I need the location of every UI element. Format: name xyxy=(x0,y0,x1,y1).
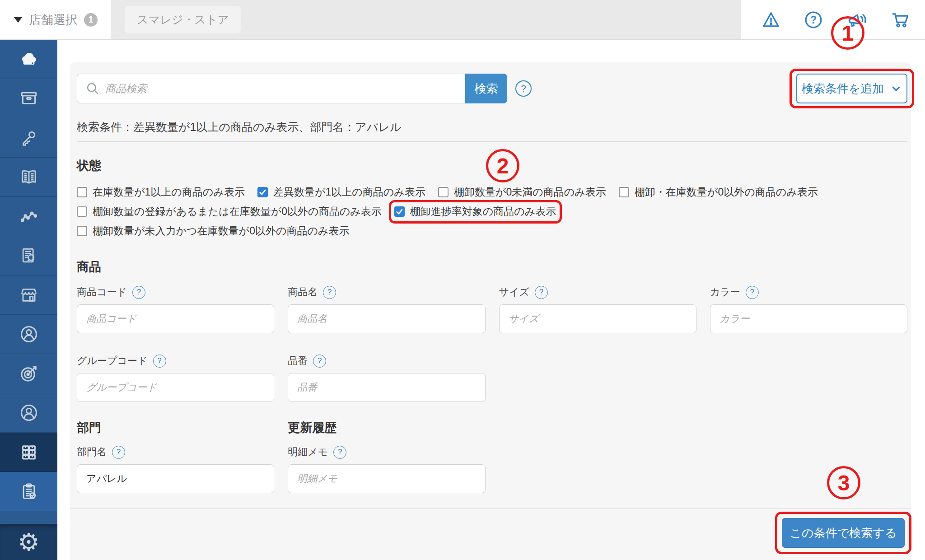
dropdown-arrow-icon xyxy=(14,17,23,23)
item-number-label: 品番 xyxy=(288,354,308,368)
product-name-label: 商品名 xyxy=(288,285,318,299)
sidebar-item-inventory-checklist[interactable] xyxy=(0,472,57,511)
checkbox-registered-or-stock-nonzero[interactable]: 棚卸数量の登録があるまたは在庫数量が0以外の商品のみ表示 xyxy=(77,205,382,219)
sidebar-item-key[interactable] xyxy=(0,118,57,158)
field-product-code: 商品コード ? xyxy=(77,285,274,333)
cloud-icon xyxy=(19,49,39,69)
help-icon[interactable]: ? xyxy=(535,286,548,299)
department-name-input[interactable] xyxy=(77,464,274,493)
sidebar-item-cloud-sync[interactable] xyxy=(0,40,57,79)
color-input[interactable] xyxy=(710,304,907,333)
person-circle-icon xyxy=(19,402,39,423)
add-condition-button[interactable]: 検索条件を追加 xyxy=(796,74,907,103)
detail-memo-input[interactable] xyxy=(288,464,485,493)
submit-wrap: この条件で検索する xyxy=(782,518,905,548)
footer-row: この条件で検索する xyxy=(77,509,907,548)
checkbox-unchecked[interactable] xyxy=(619,187,629,197)
checkbox-row: 在庫数量が1以上の商品のみ表示 差異数量が1以上の商品のみ表示 棚卸数量が0未満… xyxy=(77,185,907,199)
header-actions: ? xyxy=(741,0,925,39)
sidebar-item-line-chart[interactable] xyxy=(0,197,57,236)
submit-search-button[interactable]: この条件で検索する xyxy=(782,518,905,548)
field-group-code: グループコード ? xyxy=(77,353,274,402)
stock-drawers-icon xyxy=(19,442,39,462)
checkbox-row: 棚卸数量の登録があるまたは在庫数量が0以外の商品のみ表示 棚卸進捗率対象の商品の… xyxy=(77,205,907,218)
target-dart-icon xyxy=(19,363,39,384)
sidebar-item-open-book[interactable] xyxy=(0,158,57,197)
megaphone-icon[interactable] xyxy=(846,9,868,30)
search-icon xyxy=(85,81,100,96)
checkbox-unchecked[interactable] xyxy=(77,206,87,217)
search-help-icon[interactable]: ? xyxy=(515,80,532,97)
help-icon[interactable]: ? xyxy=(746,286,759,299)
gear-icon: ⚙ xyxy=(18,530,39,554)
status-checkbox-group: 在庫数量が1以上の商品のみ表示 差異数量が1以上の商品のみ表示 棚卸数量が0未満… xyxy=(77,185,907,238)
help-circle-icon[interactable]: ? xyxy=(803,9,824,30)
sidebar-item-archive-box[interactable] xyxy=(0,79,57,118)
sidebar-item-settings[interactable]: ⚙ xyxy=(0,524,57,560)
checkbox-count-stock-nonzero[interactable]: 棚卸・在庫数量が0以外の商品のみ表示 xyxy=(619,185,818,199)
sidebar-item-storefront[interactable] xyxy=(0,275,57,315)
group-code-input[interactable] xyxy=(77,373,274,402)
sidebar-item-staff[interactable] xyxy=(0,315,57,354)
open-book-icon xyxy=(19,167,39,187)
group-code-label: グループコード xyxy=(77,354,148,368)
department-heading: 部門 xyxy=(77,420,274,435)
svg-text:?: ? xyxy=(810,14,817,25)
checkbox-stock-qty-min1[interactable]: 在庫数量が1以上の商品のみ表示 xyxy=(77,185,245,199)
product-name-input[interactable] xyxy=(288,304,485,333)
field-detail-memo: 明細メモ ? xyxy=(288,444,485,493)
condition-summary: 検索条件：差異数量が1以上の商品のみ表示、部門名：アパレル xyxy=(77,120,907,134)
header-tab-area: スマレジ・ストア xyxy=(111,0,741,39)
inventory-search-page: 店舗選択 1 スマレジ・ストア ? xyxy=(0,0,925,560)
checkbox-diff-qty-min1[interactable]: 差異数量が1以上の商品のみ表示 xyxy=(257,185,425,199)
person-circle-icon xyxy=(19,324,39,345)
help-icon[interactable]: ? xyxy=(132,286,145,299)
field-department-name: 部門名 ? xyxy=(77,444,274,493)
size-input[interactable] xyxy=(499,304,696,333)
sidebar-item-stock-drawers[interactable] xyxy=(0,433,57,472)
help-icon[interactable]: ? xyxy=(313,355,326,368)
help-icon[interactable]: ? xyxy=(323,286,336,299)
store-selector[interactable]: 店舗選択 1 xyxy=(0,0,111,39)
add-condition-wrap: 検索条件を追加 xyxy=(796,74,907,103)
shopping-cart-icon[interactable] xyxy=(890,9,911,30)
tab-smaregi-store[interactable]: スマレジ・ストア xyxy=(125,6,241,33)
divider xyxy=(77,141,907,142)
history-heading: 更新履歴 xyxy=(288,420,485,435)
section-headings-row: 部門 更新履歴 xyxy=(77,420,907,435)
checkbox-progress-target-only[interactable]: 棚卸進捗率対象の商品のみ表示 xyxy=(394,205,556,219)
checkbox-checked[interactable] xyxy=(394,206,405,217)
archive-box-icon xyxy=(19,89,39,108)
checkbox-unchecked[interactable] xyxy=(438,187,448,197)
checkbox-unchecked[interactable] xyxy=(77,187,87,197)
sidebar-item-inventory-sheet[interactable] xyxy=(0,236,57,275)
help-icon[interactable]: ? xyxy=(112,446,125,459)
item-number-input[interactable] xyxy=(288,373,485,402)
sidebar-item-target[interactable] xyxy=(0,354,57,393)
checkbox-checked[interactable] xyxy=(257,187,268,197)
product-code-label: 商品コード xyxy=(77,285,127,299)
product-fields-row1: 商品コード ? 商品名 ? サイズ ? xyxy=(77,285,907,333)
department-history-fields: 部門名 ? 明細メモ ? xyxy=(77,444,907,493)
help-icon[interactable]: ? xyxy=(153,355,166,368)
sheet-magnifier-icon xyxy=(19,246,39,266)
storefront-icon xyxy=(19,285,39,305)
product-code-input[interactable] xyxy=(77,304,274,333)
product-search-input[interactable] xyxy=(77,74,465,103)
department-name-label: 部門名 xyxy=(77,445,107,459)
checkbox-unentered-and-stock-nonzero[interactable]: 棚卸数量が未入力かつ在庫数量が0以外の商品のみ表示 xyxy=(77,224,350,238)
help-icon[interactable]: ? xyxy=(333,446,346,459)
sidebar-nav: ⚙ xyxy=(0,40,57,560)
store-count-badge: 1 xyxy=(84,13,98,27)
checkbox-row: 棚卸数量が未入力かつ在庫数量が0以外の商品のみ表示 xyxy=(77,224,907,238)
alert-triangle-icon[interactable] xyxy=(761,9,781,30)
detail-memo-label: 明細メモ xyxy=(288,445,328,459)
sidebar-item-customer[interactable] xyxy=(0,393,57,433)
checkbox-unchecked[interactable] xyxy=(77,226,87,236)
size-label: サイズ xyxy=(499,285,530,299)
checkbox-count-below-zero[interactable]: 棚卸数量が0未満の商品のみ表示 xyxy=(438,185,606,199)
field-product-name: 商品名 ? xyxy=(288,285,485,333)
search-button[interactable]: 検索 xyxy=(465,74,507,103)
store-selector-label: 店舗選択 xyxy=(29,12,78,28)
color-label: カラー xyxy=(710,285,740,299)
